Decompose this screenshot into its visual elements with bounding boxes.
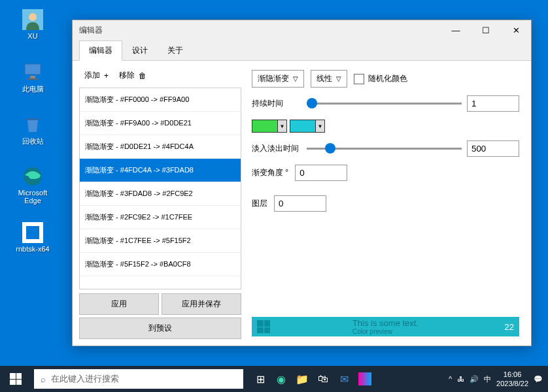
desktop-icon-thispc[interactable]: 此电脑	[13, 61, 52, 94]
list-item[interactable]: 渐隐渐变 - #1C7FEE -> #5F15F2	[80, 229, 241, 253]
checkbox-icon	[354, 74, 364, 84]
list-item[interactable]: 渐隐渐变 - #FF9A00 -> #D0DE21	[80, 112, 241, 135]
list-item[interactable]: 渐隐渐变 - #D0DE21 -> #4FDC4A	[80, 135, 241, 159]
tab-bar: 编辑器 设计 关于	[73, 40, 531, 61]
titlebar[interactable]: 编辑器 — ☐ ✕	[73, 20, 531, 40]
angle-label: 渐变角度 °	[252, 167, 288, 178]
color1-picker[interactable]: ▼	[252, 120, 287, 133]
duration-input[interactable]	[467, 95, 519, 112]
chevron-down-icon: ▽	[293, 75, 298, 82]
duration-label: 持续时间	[252, 98, 301, 109]
tray-chevron-icon[interactable]: ^	[449, 375, 452, 383]
list-item[interactable]: 渐隐渐变 - #4FDC4A -> #3FDAD8	[80, 159, 241, 182]
svg-rect-3	[30, 76, 35, 78]
editor-window: 编辑器 — ☐ ✕ 编辑器 设计 关于 添加+ 移除🗑 渐隐渐变 - #FF00…	[72, 20, 532, 346]
plus-icon: +	[104, 71, 109, 80]
preview-bar: This is some text. Color preview 22	[252, 317, 519, 336]
list-item[interactable]: 渐隐渐变 - #2FC9E2 -> #1C7FEE	[80, 206, 241, 229]
ime-indicator[interactable]: 中	[484, 374, 491, 384]
desktop-icon-recyclebin[interactable]: 回收站	[13, 114, 52, 146]
svg-rect-5	[26, 118, 39, 120]
tab-editor[interactable]: 编辑器	[79, 41, 122, 61]
desktop-icon-edge[interactable]: Microsoft Edge	[13, 166, 52, 204]
randomize-checkbox[interactable]: 随机化颜色	[354, 73, 407, 84]
edge-taskbar-icon[interactable]: ◉	[272, 370, 290, 388]
fade-label: 淡入淡出时间	[252, 143, 301, 154]
pc-icon	[22, 61, 43, 82]
svg-rect-9	[358, 372, 371, 385]
chevron-down-icon: ▼	[277, 120, 286, 132]
network-icon[interactable]: 🖧	[457, 375, 464, 383]
chevron-down-icon: ▽	[336, 75, 341, 82]
trash-icon: 🗑	[139, 71, 146, 80]
remove-button[interactable]: 移除🗑	[119, 70, 146, 81]
notification-icon[interactable]: 💬	[534, 375, 543, 384]
fade-input[interactable]	[467, 140, 519, 157]
trash-icon	[22, 114, 43, 135]
desktop-icon-user[interactable]: XU	[13, 9, 52, 40]
store-taskbar-icon[interactable]: 🛍	[314, 370, 332, 388]
curve-dropdown[interactable]: 线性▽	[311, 70, 347, 88]
gradient-type-dropdown[interactable]: 渐隐渐变▽	[252, 70, 304, 88]
svg-rect-2	[25, 64, 41, 74]
fade-slider[interactable]	[307, 148, 462, 150]
mail-taskbar-icon[interactable]: ✉	[335, 370, 353, 388]
app-taskbar-icon[interactable]	[356, 370, 374, 388]
start-button[interactable]	[0, 366, 31, 392]
svg-rect-8	[26, 226, 39, 239]
maximize-button[interactable]: ☐	[471, 20, 501, 40]
taskview-icon[interactable]: ⊞	[251, 370, 269, 388]
svg-rect-4	[27, 78, 38, 80]
list-item[interactable]: 渐隐渐变 - #FF0000 -> #FF9A00	[80, 88, 241, 112]
color2-picker[interactable]: ▼	[290, 120, 325, 133]
angle-input[interactable]	[295, 165, 347, 181]
apply-button[interactable]: 应用	[79, 293, 159, 315]
search-box[interactable]: ⌕ 在此键入进行搜索	[34, 369, 243, 389]
chevron-down-icon: ▼	[315, 120, 324, 132]
tab-design[interactable]: 设计	[122, 41, 158, 61]
list-item[interactable]: 渐隐渐变 - #3FDAD8 -> #2FC9E2	[80, 182, 241, 206]
right-panel: 渐隐渐变▽ 线性▽ 随机化颜色 持续时间 ▼ ▼ 淡入淡出时间	[247, 67, 524, 339]
duration-slider[interactable]	[307, 103, 462, 105]
gradient-list[interactable]: 渐隐渐变 - #FF0000 -> #FF9A00 渐隐渐变 - #FF9A00…	[79, 88, 241, 289]
windows-logo-icon	[257, 320, 270, 333]
taskbar: ⌕ 在此键入进行搜索 ⊞ ◉ 📁 🛍 ✉ ^ 🖧 🔊 中 16:06 2023/…	[0, 366, 548, 392]
to-preset-button[interactable]: 到预设	[79, 318, 241, 339]
explorer-taskbar-icon[interactable]: 📁	[293, 370, 311, 388]
list-item[interactable]: 渐隐渐变 - #5F15F2 -> #BA0CF8	[80, 253, 241, 276]
add-button[interactable]: 添加+	[84, 70, 109, 81]
app-icon	[22, 222, 43, 243]
clock[interactable]: 16:06 2023/8/22	[496, 370, 528, 389]
layer-input[interactable]	[274, 195, 326, 212]
desktop-icon-app[interactable]: rnbtsk-x64	[13, 222, 52, 253]
close-button[interactable]: ✕	[501, 20, 531, 40]
minimize-button[interactable]: —	[441, 20, 471, 40]
svg-point-1	[29, 13, 37, 21]
apply-save-button[interactable]: 应用并保存	[162, 293, 241, 315]
edge-icon	[22, 166, 43, 187]
windows-logo-icon	[10, 373, 22, 385]
user-icon	[22, 9, 43, 30]
search-icon: ⌕	[41, 374, 46, 384]
left-panel: 添加+ 移除🗑 渐隐渐变 - #FF0000 -> #FF9A00 渐隐渐变 -…	[79, 67, 241, 339]
layer-label: 图层	[252, 198, 267, 209]
window-title: 编辑器	[79, 25, 441, 36]
tab-about[interactable]: 关于	[158, 41, 193, 61]
volume-icon[interactable]: 🔊	[470, 375, 479, 384]
